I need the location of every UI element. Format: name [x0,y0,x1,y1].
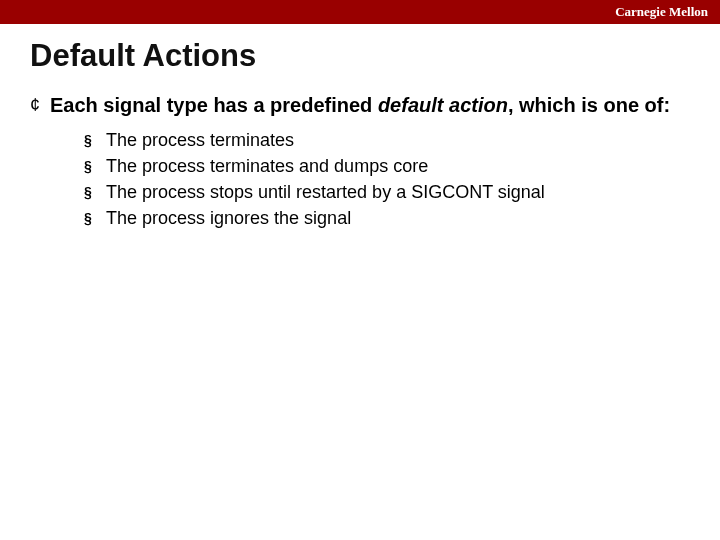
header-bar: Carnegie Mellon [0,0,720,24]
slide-title: Default Actions [30,38,720,74]
list-item: § The process stops until restarted by a… [84,180,680,204]
list-item-text: The process terminates [106,128,294,152]
slide-content: ¢ Each signal type has a predefined defa… [30,92,680,230]
list-item-text: The process stops until restarted by a S… [106,180,545,204]
list-item: § The process ignores the signal [84,206,680,230]
bullet-level2-list: § The process terminates § The process t… [84,128,680,230]
bullet-marker-square: § [84,180,106,204]
bullet-marker-square: § [84,128,106,152]
bullet-marker-square: § [84,154,106,178]
slide: Carnegie Mellon Default Actions ¢ Each s… [0,0,720,540]
bullet-level1: ¢ Each signal type has a predefined defa… [30,92,680,118]
list-item-text: The process terminates and dumps core [106,154,428,178]
brand-label: Carnegie Mellon [615,4,708,20]
list-item: § The process terminates [84,128,680,152]
bullet-level1-text: Each signal type has a predefined defaul… [50,92,670,118]
list-item-text: The process ignores the signal [106,206,351,230]
bullet-marker-square: § [84,206,106,230]
bullet-marker-hollow-circle: ¢ [30,92,50,118]
list-item: § The process terminates and dumps core [84,154,680,178]
